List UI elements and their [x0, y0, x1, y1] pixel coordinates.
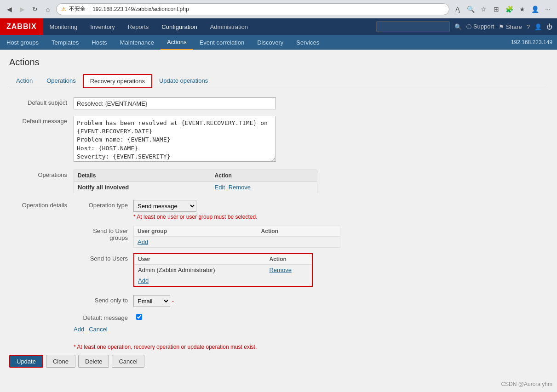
send-to-users-row: Send to Users User Action Admin (Zabbix …	[74, 253, 548, 290]
back-button[interactable]: ◀	[5, 5, 14, 14]
star-icon[interactable]: ☆	[479, 5, 488, 14]
op-details-cell: Notify all involved	[74, 182, 211, 193]
nav-administration[interactable]: Administration	[204, 18, 254, 35]
default-message-checkbox[interactable]	[136, 314, 142, 320]
default-message-checkbox-row: Default message	[74, 312, 548, 321]
app-header: ZABBIX Monitoring Inventory Reports Conf…	[0, 18, 557, 35]
default-subject-field	[74, 97, 548, 109]
power-icon[interactable]: ⏻	[546, 23, 552, 30]
subnav-templates[interactable]: Templates	[45, 35, 85, 50]
send-to-groups-field: User group Action Add	[133, 226, 548, 248]
bottom-buttons: Update Clone Delete Cancel	[9, 355, 548, 368]
default-subject-label: Default subject	[9, 97, 74, 106]
subnav-discovery[interactable]: Discovery	[251, 35, 290, 50]
user-col: User	[134, 254, 265, 265]
op-details-section: Operation type Send message Remote comma…	[74, 200, 548, 337]
update-button[interactable]: Update	[9, 355, 43, 368]
header-right: 🔍 ⓘ Support ⚑ Share ? 👤 ⏻	[376, 21, 557, 32]
tab-recovery-operations[interactable]: Recovery operations	[83, 74, 152, 88]
nav-configuration[interactable]: Configuration	[155, 18, 203, 35]
edit-op-link[interactable]: Edit	[215, 184, 225, 191]
search-icon[interactable]: 🔍	[454, 23, 462, 30]
remove-op-link[interactable]: Remove	[229, 184, 251, 191]
subnav-hostgroups[interactable]: Host groups	[0, 35, 45, 50]
cancel-button[interactable]: Cancel	[112, 355, 144, 368]
menu-icon[interactable]: ···	[543, 5, 552, 14]
global-search-input[interactable]	[376, 21, 450, 32]
add-op-link[interactable]: Add	[74, 326, 84, 333]
add-user-group-link[interactable]: Add	[138, 239, 148, 245]
user-group-table: User group Action Add	[133, 226, 340, 248]
user-table: User Action Admin (Zabbix Administrator)…	[133, 253, 313, 287]
nav-inventory[interactable]: Inventory	[84, 18, 121, 35]
browser-bar: ◀ ▶ ↻ ⌂ ⚠ 不安全 | 192.168.223.149/zabbix/a…	[0, 0, 557, 18]
address-bar[interactable]: ⚠ 不安全 | 192.168.223.149/zabbix/actioncon…	[56, 3, 449, 15]
send-only-to-select[interactable]: Email SMS Jabber	[133, 295, 170, 307]
table-row: Notify all involved Edit Remove	[74, 182, 317, 193]
cancel-op-link[interactable]: Cancel	[89, 326, 107, 333]
send-to-users-field: User Action Admin (Zabbix Administrator)…	[133, 253, 548, 290]
default-message-label: Default message	[9, 116, 74, 125]
op-type-select[interactable]: Send message Remote command	[133, 200, 196, 212]
zabbix-logo: ZABBIX	[0, 18, 43, 35]
send-to-groups-row: Send to User groups User group Action	[74, 226, 548, 248]
user-icon[interactable]: 👤	[534, 23, 542, 30]
default-subject-row: Default subject	[9, 97, 548, 109]
refresh-button[interactable]: ↻	[30, 5, 40, 14]
search-browser-icon[interactable]: 🔍	[466, 5, 475, 14]
profile-icon[interactable]: 👤	[530, 5, 540, 14]
col-action-header: Action	[211, 170, 317, 182]
minus-indicator: -	[172, 298, 174, 305]
nav-reports[interactable]: Reports	[121, 18, 155, 35]
extensions-icon[interactable]: 🧩	[505, 5, 514, 14]
favorites-icon[interactable]: ★	[517, 5, 527, 14]
col-details: Details	[74, 170, 211, 182]
page-content: Actions Action Operations Recovery opera…	[0, 50, 557, 392]
add-user-cell: Add	[134, 275, 312, 286]
nav-monitoring[interactable]: Monitoring	[43, 18, 84, 35]
op-type-row: Operation type Send message Remote comma…	[74, 200, 548, 220]
user-action-cell: Remove	[265, 265, 312, 276]
op-action-cell: Edit Remove	[211, 182, 317, 193]
home-button[interactable]: ⌂	[43, 5, 52, 14]
user-group-col: User group	[134, 226, 258, 237]
user-name-cell: Admin (Zabbix Administrator)	[134, 265, 265, 276]
address-text: 192.168.223.149/zabbix/actionconf.php	[92, 6, 189, 12]
op-details-value: Notify all involved	[78, 184, 129, 191]
support-link[interactable]: ⓘ Support	[466, 23, 494, 30]
operations-label: Operations	[9, 170, 74, 178]
delete-button[interactable]: Delete	[78, 355, 109, 368]
clone-button[interactable]: Clone	[46, 355, 75, 368]
default-subject-input[interactable]	[74, 97, 276, 109]
add-user-link[interactable]: Add	[138, 277, 149, 284]
tab-update-operations[interactable]: Update operations	[152, 74, 215, 88]
tab-action[interactable]: Action	[9, 74, 40, 88]
tab-operations[interactable]: Operations	[40, 74, 83, 88]
table-row: Add	[134, 237, 340, 248]
share-link[interactable]: ⚑ Share	[499, 23, 522, 30]
default-message-textarea[interactable]: Problem has been resolved at {EVENT.RECO…	[74, 116, 276, 162]
forward-button[interactable]: ▶	[17, 5, 27, 14]
op-type-label: Operation type	[74, 200, 133, 209]
main-nav: Monitoring Inventory Reports Configurati…	[43, 18, 377, 35]
subnav-actions[interactable]: Actions	[161, 35, 193, 50]
send-only-to-label: Send only to	[74, 295, 133, 304]
sub-nav: Host groups Templates Hosts Maintenance …	[0, 35, 557, 50]
op-type-field: Send message Remote command * At least o…	[133, 200, 548, 220]
collections-icon[interactable]: ⊞	[492, 5, 501, 14]
subnav-maintenance[interactable]: Maintenance	[114, 35, 161, 50]
operations-table: Details Action Notify all involved Edit …	[74, 170, 317, 193]
page-title: Actions	[9, 57, 548, 68]
subnav-eventcorrelation[interactable]: Event correlation	[193, 35, 251, 50]
op-details-row: Operation details Operation type Send me…	[9, 200, 548, 337]
remove-user-link[interactable]: Remove	[269, 267, 291, 273]
secure-label: 不安全	[69, 5, 86, 13]
tabs: Action Operations Recovery operations Up…	[9, 74, 548, 88]
add-group-cell: Add	[134, 237, 340, 248]
table-row: Add	[134, 275, 312, 286]
translate-icon[interactable]: A̧	[453, 5, 462, 14]
help-icon[interactable]: ?	[527, 23, 530, 30]
subnav-services[interactable]: Services	[290, 35, 326, 50]
subnav-hosts[interactable]: Hosts	[85, 35, 113, 50]
table-row: Admin (Zabbix Administrator) Remove	[134, 265, 312, 276]
